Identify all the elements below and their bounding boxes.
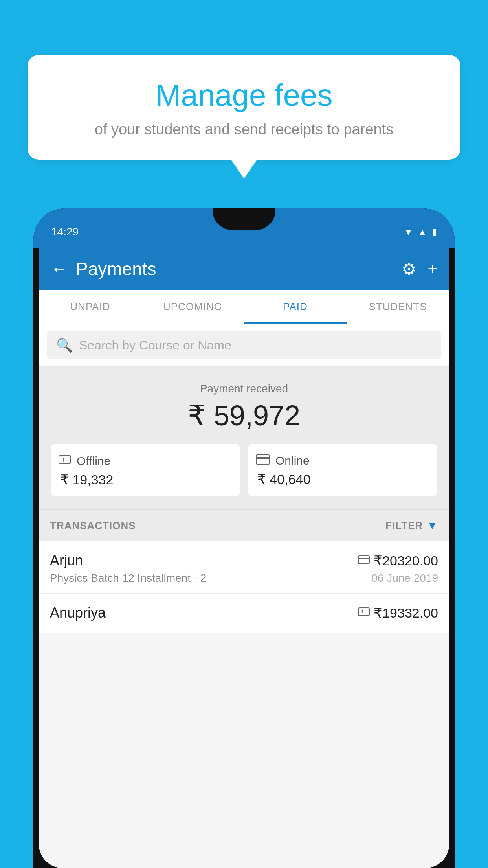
tab-paid[interactable]: PAID bbox=[244, 290, 347, 324]
offline-amount: ₹ 19,332 bbox=[59, 472, 113, 487]
online-icon bbox=[256, 454, 270, 467]
status-icons: ▼ ▲ ▮ bbox=[404, 226, 437, 237]
transaction-amount-wrap: ₹20320.00 bbox=[358, 553, 438, 568]
tab-unpaid[interactable]: UNPAID bbox=[39, 290, 141, 324]
offline-card-header: ₹ Offline bbox=[59, 454, 110, 468]
card-icon bbox=[358, 554, 370, 567]
app-bar-title: Payments bbox=[76, 258, 394, 280]
filter-label: FILTER bbox=[385, 520, 423, 532]
transaction-course: Physics Batch 12 Installment - 2 bbox=[50, 572, 206, 585]
status-bar: 14:29 ▼ ▲ ▮ bbox=[33, 208, 455, 248]
search-box[interactable]: 🔍 Search by Course or Name bbox=[47, 331, 441, 359]
svg-rect-0 bbox=[59, 456, 71, 463]
app-bar-actions: ⚙ + bbox=[402, 259, 437, 279]
filter-button[interactable]: FILTER ▼ bbox=[385, 519, 438, 532]
cash-icon: ₹ bbox=[358, 607, 370, 620]
transaction-row[interactable]: Anupriya ₹ ₹19332.00 bbox=[39, 594, 449, 633]
transactions-header: TRANSACTIONS FILTER ▼ bbox=[39, 509, 449, 541]
payment-cards: ₹ Offline ₹ 19,332 bbox=[51, 444, 437, 496]
transaction-top: Anupriya ₹ ₹19332.00 bbox=[50, 605, 438, 621]
online-label: Online bbox=[275, 454, 310, 467]
svg-text:₹: ₹ bbox=[361, 609, 364, 615]
transaction-amount-wrap: ₹ ₹19332.00 bbox=[358, 605, 438, 621]
phone-screen: ← Payments ⚙ + UNPAID UPCOMING PAID STUD… bbox=[39, 248, 449, 868]
transaction-date: 06 June 2019 bbox=[371, 572, 438, 585]
transaction-name: Anupriya bbox=[50, 605, 106, 621]
offline-label: Offline bbox=[77, 454, 110, 468]
online-amount: ₹ 40,640 bbox=[256, 471, 310, 487]
add-icon[interactable]: + bbox=[427, 259, 437, 278]
svg-rect-4 bbox=[358, 556, 369, 564]
wifi-icon: ▼ bbox=[404, 226, 413, 237]
notch-cutout bbox=[213, 208, 275, 230]
filter-icon: ▼ bbox=[427, 519, 438, 532]
online-card-header: Online bbox=[256, 454, 310, 467]
transaction-amount: ₹19332.00 bbox=[374, 605, 438, 621]
transaction-amount: ₹20320.00 bbox=[374, 553, 438, 568]
transactions-label: TRANSACTIONS bbox=[50, 520, 136, 532]
transaction-bottom: Physics Batch 12 Installment - 2 06 June… bbox=[50, 572, 438, 585]
status-time: 14:29 bbox=[51, 226, 79, 238]
back-button[interactable]: ← bbox=[51, 259, 68, 279]
search-container: 🔍 Search by Course or Name bbox=[39, 324, 449, 367]
online-payment-card: Online ₹ 40,640 bbox=[248, 444, 437, 496]
offline-payment-card: ₹ Offline ₹ 19,332 bbox=[51, 444, 240, 496]
payment-received-label: Payment received bbox=[51, 383, 437, 395]
svg-rect-2 bbox=[256, 455, 270, 464]
svg-text:₹: ₹ bbox=[61, 457, 65, 463]
svg-rect-3 bbox=[256, 457, 270, 459]
phone-frame: 14:29 ▼ ▲ ▮ ← Payments ⚙ + UNPAID UPCOMI… bbox=[33, 208, 455, 868]
settings-icon[interactable]: ⚙ bbox=[402, 259, 416, 279]
battery-icon: ▮ bbox=[432, 226, 437, 237]
svg-rect-6 bbox=[358, 608, 369, 616]
payment-summary: Payment received ₹ 59,972 ₹ Offline bbox=[39, 367, 449, 509]
svg-rect-5 bbox=[358, 558, 369, 559]
payment-total-amount: ₹ 59,972 bbox=[51, 399, 437, 432]
tab-upcoming[interactable]: UPCOMING bbox=[141, 290, 244, 324]
transaction-row[interactable]: Arjun ₹20320.00 Physics Batch 12 Install… bbox=[39, 541, 449, 594]
signal-icon: ▲ bbox=[418, 226, 427, 237]
transaction-name: Arjun bbox=[50, 552, 83, 569]
tooltip-title: Manage fees bbox=[47, 79, 441, 112]
search-icon: 🔍 bbox=[56, 337, 73, 353]
tooltip-subtitle: of your students and send receipts to pa… bbox=[47, 121, 441, 138]
transaction-top: Arjun ₹20320.00 bbox=[50, 552, 438, 569]
search-input[interactable]: Search by Course or Name bbox=[79, 338, 231, 353]
app-bar: ← Payments ⚙ + bbox=[39, 248, 449, 290]
tabs-bar: UNPAID UPCOMING PAID STUDENTS bbox=[39, 290, 449, 324]
offline-icon: ₹ bbox=[59, 454, 71, 468]
tooltip-card: Manage fees of your students and send re… bbox=[28, 55, 460, 160]
tab-students[interactable]: STUDENTS bbox=[347, 290, 449, 324]
